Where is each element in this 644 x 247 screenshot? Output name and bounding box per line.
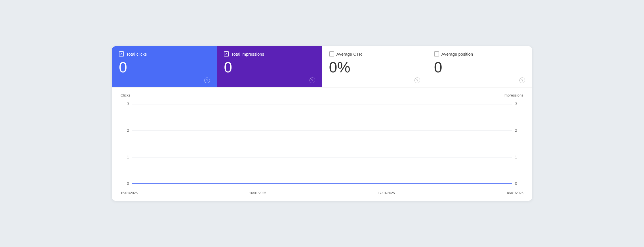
- checkbox-total-clicks[interactable]: ✓: [119, 51, 124, 56]
- metric-footer-average-ctr: ?: [329, 78, 420, 83]
- metric-footer-total-clicks: ?: [119, 78, 210, 83]
- help-icon-average-position[interactable]: ?: [519, 78, 525, 83]
- svg-text:1: 1: [515, 155, 517, 159]
- checkbox-total-impressions[interactable]: ✓: [224, 51, 229, 56]
- svg-text:0: 0: [515, 181, 517, 186]
- metric-value-total-clicks: 0: [119, 59, 210, 76]
- metric-label-average-position: Average position: [441, 52, 473, 56]
- metric-tile-average-position[interactable]: Average position 0 ?: [427, 46, 532, 87]
- date-label-2: 17/01/2025: [378, 191, 395, 195]
- metric-value-average-position: 0: [434, 59, 525, 76]
- metric-footer-total-impressions: ?: [224, 78, 315, 83]
- help-icon-average-ctr[interactable]: ?: [414, 78, 420, 83]
- date-label-1: 16/01/2025: [249, 191, 266, 195]
- checkbox-average-position[interactable]: [434, 51, 439, 56]
- metric-label-average-ctr: Average CTR: [336, 52, 362, 56]
- metric-label-total-impressions: Total impressions: [231, 52, 264, 56]
- svg-text:3: 3: [515, 102, 517, 106]
- help-icon-total-clicks[interactable]: ?: [204, 78, 210, 83]
- metric-header-average-ctr: Average CTR: [329, 51, 420, 56]
- left-axis-label: Clicks: [121, 93, 131, 97]
- metric-header-total-impressions: ✓ Total impressions: [224, 51, 315, 56]
- help-icon-total-impressions[interactable]: ?: [310, 78, 315, 83]
- metric-header-total-clicks: ✓ Total clicks: [119, 51, 210, 56]
- chart-container: 3 2 1 0 3 2 1 0: [121, 99, 523, 189]
- right-axis-label: Impressions: [504, 93, 523, 97]
- main-card: ✓ Total clicks 0 ? ✓ Total impressions 0…: [112, 46, 532, 200]
- date-label-3: 18/01/2025: [506, 191, 523, 195]
- metric-tile-average-ctr[interactable]: Average CTR 0% ?: [322, 46, 427, 87]
- svg-text:2: 2: [127, 128, 129, 133]
- checkmark-icon: ✓: [120, 52, 123, 56]
- axis-labels-row: Clicks Impressions: [121, 93, 523, 97]
- metric-value-total-impressions: 0: [224, 59, 315, 76]
- metric-value-average-ctr: 0%: [329, 59, 420, 76]
- date-labels-row: 15/01/2025 16/01/2025 17/01/2025 18/01/2…: [121, 191, 523, 195]
- metrics-row: ✓ Total clicks 0 ? ✓ Total impressions 0…: [112, 46, 532, 87]
- chart-area: Clicks Impressions 3 2 1 0: [112, 87, 532, 201]
- checkmark-icon-impressions: ✓: [225, 52, 228, 56]
- checkbox-average-ctr[interactable]: [329, 51, 334, 56]
- svg-text:3: 3: [127, 102, 129, 106]
- svg-text:2: 2: [515, 128, 517, 133]
- metric-tile-total-clicks[interactable]: ✓ Total clicks 0 ?: [112, 46, 217, 87]
- metric-label-total-clicks: Total clicks: [126, 52, 147, 56]
- metric-footer-average-position: ?: [434, 78, 525, 83]
- svg-text:1: 1: [127, 155, 129, 159]
- svg-text:0: 0: [127, 181, 129, 186]
- chart-svg: 3 2 1 0 3 2 1 0: [121, 99, 523, 189]
- date-label-0: 15/01/2025: [121, 191, 138, 195]
- metric-tile-total-impressions[interactable]: ✓ Total impressions 0 ?: [217, 46, 322, 87]
- metric-header-average-position: Average position: [434, 51, 525, 56]
